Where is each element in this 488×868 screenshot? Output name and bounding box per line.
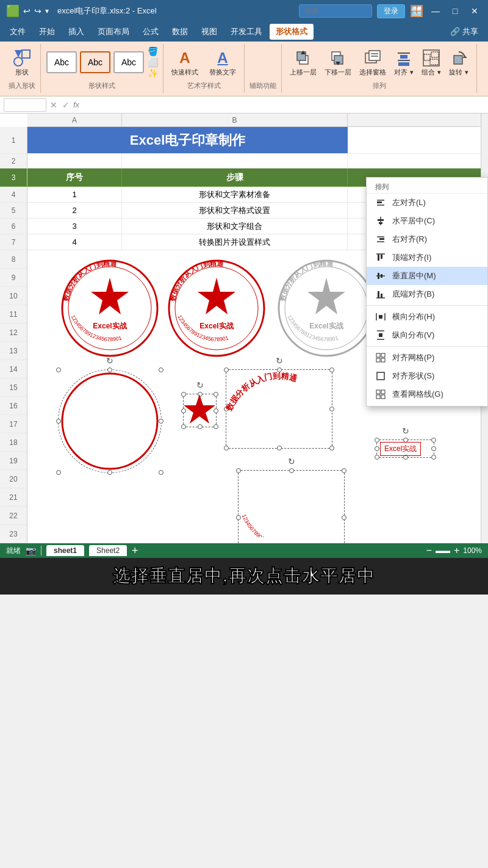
cancel-formula-icon[interactable]: ✕	[50, 100, 57, 110]
send-backward-label: 下移一层	[325, 68, 351, 77]
svg-point-0	[14, 57, 23, 66]
selection-pane-button[interactable]: 选择窗格	[356, 46, 389, 79]
row-hdr-2: 2	[0, 154, 27, 168]
quick-style-button[interactable]: A 快速样式	[168, 46, 201, 79]
rotate-handle-rect[interactable]: ↻	[287, 457, 296, 466]
snap-shape-icon	[375, 371, 386, 381]
distribute-h-item[interactable]: 横向分布(H)	[367, 308, 487, 326]
svg-marker-38	[307, 278, 345, 314]
menu-item-shapeformat[interactable]: 形状格式	[270, 24, 314, 40]
search-input[interactable]	[299, 4, 372, 18]
zoom-slider[interactable]: ▬▬	[436, 546, 450, 555]
sheet-tab-2[interactable]: Sheet2	[89, 545, 127, 556]
bring-forward-label: 上移一层	[290, 68, 317, 77]
handle-tl-rect[interactable]	[236, 468, 241, 473]
bring-forward-button[interactable]: 上移一层	[287, 46, 320, 79]
align-right-item[interactable]: 右对齐(R)	[367, 230, 487, 248]
align-button[interactable]: 对齐 ▾	[391, 46, 417, 79]
svg-rect-49	[378, 219, 384, 221]
caption-bar: 选择垂直居中,再次点击水平居中	[0, 558, 488, 595]
handle-tr-rect[interactable]	[342, 468, 346, 473]
row2-rest	[348, 154, 488, 168]
window-menu-icon[interactable]: 🪟	[410, 4, 423, 18]
add-sheet-button[interactable]: +	[132, 544, 138, 557]
svg-rect-46	[377, 201, 382, 203]
svg-marker-26	[91, 278, 129, 314]
rotate-handle-badge[interactable]: ↻	[401, 427, 410, 435]
svg-text:Excel实战: Excel实战	[93, 322, 127, 330]
menu-item-view[interactable]: 视图	[195, 24, 223, 40]
group-button[interactable]: 组合 ▾	[418, 46, 444, 79]
zoom-out-icon[interactable]: −	[426, 545, 432, 556]
sheet-tab-1[interactable]: sheet1	[46, 545, 84, 556]
snap-to-shape-item[interactable]: 对齐形状(S)	[367, 367, 487, 385]
view-gridlines-item[interactable]: 查看网格线(G)	[367, 385, 487, 403]
align-top-item[interactable]: 顶端对齐(I)	[367, 248, 487, 267]
rotate-handle-star[interactable]: ↻	[196, 381, 204, 389]
svg-point-41	[62, 374, 157, 469]
restore-button[interactable]: □	[448, 4, 462, 18]
shape-outline-icon[interactable]: ⬜	[148, 57, 158, 67]
handle-bl-badge[interactable]	[375, 455, 379, 460]
shape-fill-icon[interactable]: 🪣	[148, 46, 158, 56]
menu-item-data[interactable]: 数据	[166, 24, 194, 40]
svg-rect-1	[22, 50, 30, 58]
replace-text-button[interactable]: A 替换文字	[206, 46, 239, 79]
selectionpane-icon	[363, 48, 382, 68]
send-backward-button[interactable]: 下移一层	[321, 46, 354, 79]
handle-tc-rect[interactable]	[289, 468, 294, 473]
align-hcenter-label: 水平居中(C)	[392, 215, 435, 226]
handle-br-badge[interactable]	[431, 455, 436, 460]
menu-item-file[interactable]: 文件	[4, 24, 32, 40]
handle-mr-badge[interactable]	[431, 446, 436, 451]
shape-style-filled[interactable]: Abc	[113, 51, 144, 73]
shape-style-plain[interactable]: Abc	[46, 51, 77, 73]
fx-icon: fx	[73, 100, 79, 109]
menu-item-insert[interactable]: 插入	[62, 24, 90, 40]
svg-rect-16	[398, 62, 409, 66]
customize-icon[interactable]: ▾	[45, 7, 49, 15]
svg-text:Excel实战: Excel实战	[199, 322, 234, 330]
ribbon-group-label-arttext: 艺术字样式	[187, 81, 221, 90]
handle-tr-badge[interactable]	[431, 438, 436, 443]
confirm-formula-icon[interactable]: ✓	[62, 100, 70, 110]
handle-tl-badge[interactable]	[375, 438, 379, 443]
menu-item-formula[interactable]: 公式	[137, 24, 165, 40]
undo-icon[interactable]: ↩	[23, 6, 30, 16]
formula-bar: ✕ ✓ fx	[0, 96, 488, 114]
shape-effect-icon[interactable]: ✨	[148, 68, 158, 78]
zoom-controls: − ▬▬ + 100%	[426, 545, 482, 556]
svg-marker-21	[462, 56, 467, 58]
align-bottom-item[interactable]: 底端对齐(B)	[367, 285, 487, 303]
handle-ml-badge[interactable]	[375, 446, 379, 451]
align-left-icon	[375, 198, 386, 208]
distribute-h-icon	[375, 312, 386, 322]
close-button[interactable]: ✕	[467, 4, 482, 18]
svg-rect-71	[376, 358, 380, 362]
ribbon-group-shape-styles: Abc Abc Abc 🪣 ⬜ ✨ 形状样式	[41, 44, 163, 93]
svg-rect-72	[381, 358, 385, 362]
distribute-v-item[interactable]: 纵向分布(V)	[367, 326, 487, 344]
title-bar-left: 🟩 ↩ ↪ ▾ excel电子印章.xlsx:2 - Excel	[6, 4, 157, 18]
menu-item-developer[interactable]: 开发工具	[224, 24, 268, 40]
bringforward-icon	[293, 48, 313, 68]
ribbon-shape-button[interactable]: 形状	[9, 46, 35, 79]
menu-item-home[interactable]: 开始	[33, 24, 61, 40]
svg-rect-69	[376, 353, 380, 357]
shape-style-outlined[interactable]: Abc	[80, 51, 110, 73]
menu-item-layout[interactable]: 页面布局	[92, 24, 135, 40]
svg-marker-2	[15, 50, 22, 57]
align-left-item[interactable]: 左对齐(L)	[367, 193, 487, 212]
align-vcenter-item[interactable]: 垂直居中(M)	[367, 267, 487, 285]
rotate-button[interactable]: 旋转 ▾	[446, 46, 472, 79]
align-hcenter-item[interactable]: 水平居中(C)	[367, 212, 487, 230]
ribbon-group-insert-shapes: 形状 插入形状	[4, 44, 41, 93]
svg-rect-77	[381, 395, 385, 399]
snap-to-grid-item[interactable]: 对齐网格(P)	[367, 349, 487, 367]
login-button[interactable]: 登录	[377, 4, 405, 18]
cell-5-b: 形状和文字格式设置	[122, 203, 348, 218]
redo-icon[interactable]: ↪	[34, 6, 41, 16]
share-button[interactable]: 🔗 共享	[444, 24, 484, 40]
zoom-in-icon[interactable]: +	[454, 545, 459, 556]
minimize-button[interactable]: —	[428, 4, 443, 18]
